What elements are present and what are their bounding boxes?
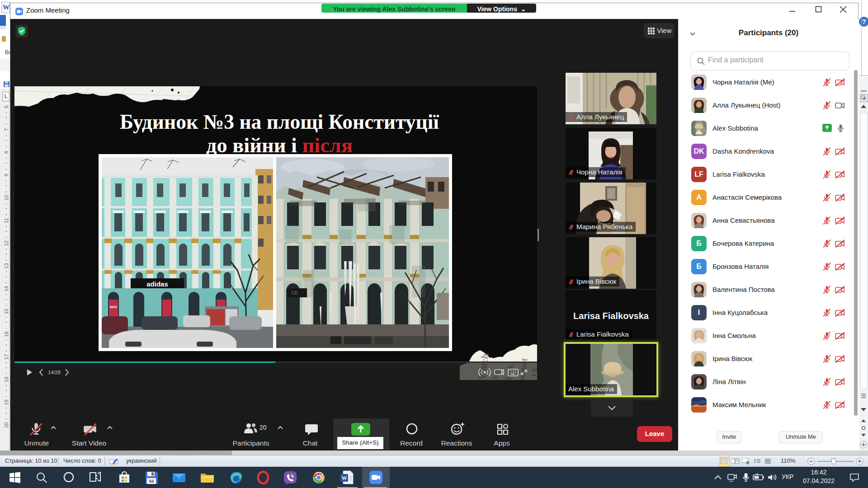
svg-text:14: 14 — [4, 286, 9, 291]
svg-text:CK: CK — [292, 291, 298, 296]
svg-text:adidas: adidas — [146, 280, 168, 288]
svg-text:14/28: 14/28 — [48, 370, 61, 375]
svg-text:6: 6 — [4, 105, 9, 108]
svg-text:7: 7 — [4, 128, 9, 131]
svg-text:до війни і після: до війни і після — [206, 134, 353, 157]
svg-text:15: 15 — [4, 309, 9, 314]
svg-text:17: 17 — [4, 354, 9, 360]
svg-text:11: 11 — [4, 218, 9, 223]
svg-text:13: 13 — [4, 263, 9, 268]
svg-text:9: 9 — [4, 174, 9, 176]
svg-text:W: W — [342, 475, 347, 481]
svg-text:8: 8 — [4, 151, 9, 154]
svg-text:?: ? — [862, 18, 866, 25]
svg-text:20: 20 — [4, 422, 9, 428]
svg-text:18: 18 — [4, 377, 9, 382]
svg-text:12: 12 — [4, 240, 9, 246]
svg-text:60%: 60% — [110, 305, 117, 309]
svg-text:20: 20 — [259, 424, 267, 431]
svg-text:Будинок №3 на площі Конституці: Будинок №3 на площі Конституції — [120, 110, 439, 133]
svg-text:19: 19 — [4, 399, 9, 405]
svg-text:16: 16 — [4, 331, 9, 337]
svg-text:10: 10 — [4, 195, 9, 201]
